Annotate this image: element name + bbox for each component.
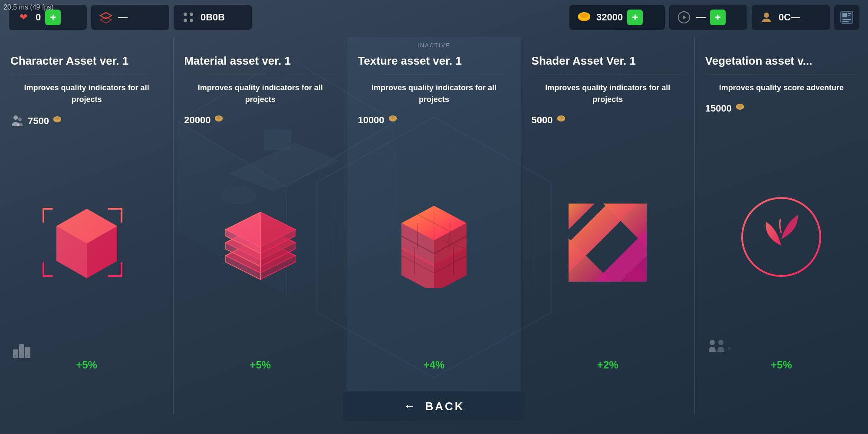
shader-asset-price: 5000 — [532, 114, 566, 126]
layers-value: — — [118, 12, 128, 23]
skin-widget: 0C— — [752, 5, 830, 30]
currency-amount: 32000 — [596, 12, 623, 23]
svg-text:×: × — [727, 345, 731, 352]
texture-coin-icon — [388, 114, 398, 126]
back-button-container: ← BACK — [343, 391, 525, 421]
svg-point-5 — [190, 19, 193, 22]
shader-asset-icon — [560, 195, 655, 290]
vegetation-coin-icon — [735, 102, 745, 115]
svg-point-25 — [13, 115, 18, 120]
character-asset-bonus: +5% — [10, 359, 163, 371]
svg-point-86 — [710, 340, 715, 345]
connections-widget: 0B0B — [174, 5, 252, 30]
shader-asset-title: Shader Asset Ver. 1 — [532, 54, 636, 68]
character-asset-price: 7500 — [10, 114, 62, 128]
shader-asset-icon-area — [532, 131, 684, 355]
vegetation-asset-card[interactable]: Vegetation asset v... Improves quality s… — [695, 37, 868, 414]
svg-point-83 — [737, 105, 743, 108]
heart-icon: ❤ — [16, 10, 31, 25]
svg-marker-0 — [100, 13, 112, 19]
vegetation-asset-price-value: 15000 — [705, 103, 732, 114]
layers-widget: — — [91, 5, 169, 30]
material-asset-card[interactable]: Material asset ver. 1 Improves quality i… — [174, 37, 347, 414]
character-asset-icon — [39, 196, 135, 291]
vegetation-divider — [705, 75, 858, 75]
material-asset-price: 20000 — [184, 114, 224, 126]
vegetation-asset-icon — [733, 189, 829, 285]
add-currency-button[interactable]: + — [627, 10, 643, 25]
svg-point-54 — [390, 116, 395, 120]
inactive-label: INACTIVE — [418, 42, 450, 49]
texture-asset-icon-area — [358, 131, 510, 355]
shader-divider — [532, 75, 684, 75]
character-asset-icon-area — [10, 132, 163, 355]
svg-text:2: 2 — [26, 354, 28, 358]
material-asset-bonus: +5% — [184, 359, 336, 371]
health-value: 0 — [36, 12, 41, 23]
connections-value: 0B0B — [201, 12, 225, 23]
performance-counter: 20,5 ms (49 fps) — [3, 3, 54, 11]
character-asset-card[interactable]: Character Asset ver. 1 Improves quality … — [0, 37, 174, 414]
rank-badge: 3 1 2 — [13, 341, 35, 358]
svg-point-42 — [216, 116, 221, 120]
svg-rect-14 — [848, 15, 850, 16]
back-button[interactable]: ← BACK — [343, 391, 525, 421]
material-asset-title: Material asset ver. 1 — [184, 54, 291, 68]
vegetation-asset-description: Improves quality score adventure — [705, 82, 858, 94]
material-asset-icon-area — [184, 131, 336, 355]
skin-icon — [759, 10, 774, 25]
shader-asset-card[interactable]: Shader Asset Ver. 1 Improves quality ind… — [521, 37, 695, 414]
texture-asset-price-value: 10000 — [358, 115, 384, 126]
svg-rect-16 — [842, 21, 849, 22]
svg-point-10 — [764, 13, 769, 18]
svg-marker-1 — [100, 17, 112, 23]
back-arrow-icon: ← — [403, 399, 417, 413]
texture-asset-title: Texture asset ver. 1 — [358, 54, 461, 68]
next-icon — [676, 10, 692, 25]
character-asset-price-value: 7500 — [28, 115, 49, 127]
profile-button[interactable] — [834, 5, 859, 30]
character-coin-icon — [53, 115, 62, 127]
add-next-button[interactable]: + — [710, 10, 726, 25]
character-asset-title: Character Asset ver. 1 — [10, 54, 128, 68]
perf-label: 20,5 ms (49 fps) — [3, 3, 54, 11]
vegetation-extras: × — [708, 339, 734, 358]
svg-rect-13 — [848, 13, 851, 14]
texture-asset-card[interactable]: INACTIVE Texture asset ver. 1 Improves q… — [347, 37, 521, 414]
svg-point-29 — [55, 117, 60, 121]
svg-point-8 — [580, 13, 589, 18]
svg-point-73 — [559, 116, 564, 120]
texture-divider — [358, 75, 510, 75]
character-divider — [10, 75, 163, 75]
shader-asset-bonus: +2% — [532, 359, 684, 371]
currency-widget: 32000 + — [569, 5, 665, 30]
texture-asset-description: Improves quality indicators for all proj… — [358, 82, 510, 105]
material-asset-price-value: 20000 — [184, 115, 210, 126]
shader-asset-description: Improves quality indicators for all proj… — [532, 82, 684, 105]
layers-icon — [98, 10, 114, 25]
svg-point-87 — [718, 340, 723, 345]
material-asset-description: Improves quality indicators for all proj… — [184, 82, 336, 105]
material-divider — [184, 75, 336, 75]
character-asset-description: Improves quality indicators for all proj… — [10, 82, 163, 105]
vegetation-asset-price: 15000 — [705, 102, 745, 115]
shader-coin-icon — [556, 114, 566, 126]
vegetation-asset-title: Vegetation asset v... — [705, 54, 812, 68]
svg-rect-15 — [842, 19, 851, 20]
vegetation-asset-bonus: +5% — [705, 359, 858, 371]
texture-asset-icon — [386, 197, 482, 288]
next-widget: — + — [669, 5, 747, 30]
vegetation-asset-icon-area — [705, 119, 858, 355]
hud-bar: ❤ 0 + — 0B0B — [0, 0, 868, 35]
cards-container: Character Asset ver. 1 Improves quality … — [0, 37, 868, 414]
texture-asset-bonus: +4% — [358, 359, 510, 371]
svg-point-2 — [184, 13, 187, 16]
texture-asset-price: 10000 — [358, 114, 397, 126]
svg-point-4 — [184, 19, 187, 22]
coin-icon — [576, 10, 592, 25]
shader-asset-price-value: 5000 — [532, 115, 553, 126]
add-health-button[interactable]: + — [45, 10, 61, 25]
svg-text:3: 3 — [14, 354, 16, 358]
material-coin-icon — [214, 114, 224, 126]
svg-point-3 — [190, 13, 193, 16]
